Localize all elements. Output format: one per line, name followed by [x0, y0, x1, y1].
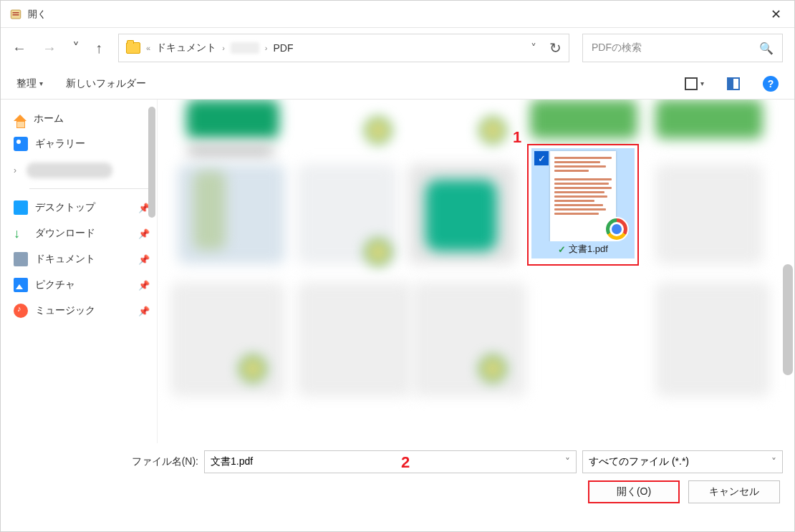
chrome-icon: [365, 117, 391, 143]
sidebar-item-label: ホーム: [34, 112, 64, 125]
document-icon: [14, 252, 28, 266]
files-scrollbar[interactable]: [783, 264, 793, 375]
breadcrumb-item-pdf[interactable]: PDF: [273, 42, 293, 54]
breadcrumb[interactable]: « ドキュメント › › PDF ˅ ↻: [118, 34, 569, 62]
sidebar-item-redacted[interactable]: ›: [9, 157, 154, 184]
search-placeholder: PDFの検索: [592, 42, 759, 54]
sidebar-item-label: ピクチャ: [35, 279, 75, 291]
sidebar-item-label: ドキュメント: [35, 253, 95, 266]
gallery-icon: [14, 137, 28, 151]
file-thumb-blurred[interactable]: [655, 100, 763, 139]
chrome-icon: [604, 217, 629, 241]
file-thumb-blurred[interactable]: [655, 282, 770, 397]
chrome-icon: [365, 239, 391, 265]
redacted-label: [26, 163, 112, 178]
sidebar-item-pictures[interactable]: ピクチャ 📌: [9, 272, 154, 298]
sidebar-item-label: ギャラリー: [35, 137, 85, 150]
chrome-icon: [480, 356, 506, 382]
sidebar-item-label: ミュージック: [35, 304, 95, 317]
breadcrumb-item-documents[interactable]: ドキュメント: [156, 42, 216, 54]
selected-file-name: 文書1.pdf: [569, 243, 608, 256]
nav-up-icon[interactable]: ↑: [95, 41, 102, 55]
chevron-right-icon: ›: [265, 44, 268, 52]
view-mode-button[interactable]: ▾: [685, 77, 704, 90]
filter-value: すべてのファイル (*.*): [589, 455, 689, 468]
chrome-icon: [480, 117, 506, 143]
breadcrumb-pre: «: [146, 44, 150, 52]
breadcrumb-item-redacted[interactable]: [231, 42, 259, 54]
selected-check-icon: ✓: [534, 151, 549, 165]
sidebar-item-music[interactable]: ミュージック 📌: [9, 298, 154, 324]
pin-icon: 📌: [138, 306, 150, 316]
chevron-right-icon: ›: [14, 165, 16, 175]
open-button[interactable]: 開く(O): [588, 480, 680, 503]
chevron-down-icon: ▾: [700, 79, 704, 87]
sidebar-item-documents[interactable]: ドキュメント 📌: [9, 246, 154, 272]
home-icon: [14, 115, 26, 121]
nav-forward-icon[interactable]: →: [42, 41, 57, 55]
chrome-icon: [240, 356, 266, 382]
app-icon: [9, 8, 22, 21]
nav-back-icon[interactable]: ←: [12, 41, 26, 55]
files-pane[interactable]: 1 ✓ ✓ 文書1.pdf: [157, 100, 794, 443]
file-thumb-blurred[interactable]: [425, 180, 497, 251]
filename-value: 文書1.pdf: [211, 455, 253, 468]
music-icon: [14, 304, 28, 318]
preview-pane-button[interactable]: [727, 77, 740, 90]
svg-rect-1: [13, 12, 19, 14]
chevron-right-icon: ›: [222, 44, 225, 52]
file-thumb-blurred[interactable]: [412, 282, 526, 397]
file-thumb-blurred: [193, 171, 226, 250]
sidebar-item-desktop[interactable]: デスクトップ 📌: [9, 195, 154, 221]
svg-rect-2: [13, 14, 19, 16]
chevron-down-icon[interactable]: ˅: [565, 456, 570, 468]
pin-icon: 📌: [138, 228, 150, 239]
chevron-down-icon[interactable]: ˅: [771, 456, 776, 468]
sidebar: ホーム ギャラリー › デスクトップ 📌 ↓ ダウンロード 📌 ドキュメント 📌: [1, 100, 157, 443]
refresh-icon[interactable]: ↻: [549, 39, 562, 57]
callout-number-1: 1: [513, 128, 521, 147]
sidebar-item-downloads[interactable]: ↓ ダウンロード 📌: [9, 221, 154, 246]
sidebar-item-label: デスクトップ: [35, 201, 95, 214]
sidebar-item-gallery[interactable]: ギャラリー: [9, 131, 154, 157]
search-input[interactable]: PDFの検索 🔍: [582, 34, 783, 62]
desktop-icon: [14, 200, 28, 215]
selected-file[interactable]: ✓ ✓ 文書1.pdf: [527, 144, 639, 266]
pin-icon: 📌: [138, 280, 150, 291]
file-thumb-blurred[interactable]: [530, 100, 637, 139]
folder-icon: [126, 42, 140, 54]
file-thumb-blurred: [188, 144, 274, 158]
breadcrumb-dropdown-icon[interactable]: ˅: [531, 42, 536, 55]
nav-recent-dropdown-icon[interactable]: ˅: [72, 41, 80, 55]
close-icon[interactable]: ✕: [766, 6, 786, 22]
file-thumb-blurred[interactable]: [655, 164, 763, 264]
organize-menu[interactable]: 整理▾: [16, 77, 43, 90]
callout-number-2: 2: [401, 453, 410, 472]
sidebar-scrollbar[interactable]: [148, 107, 155, 218]
cancel-button[interactable]: キャンセル: [688, 480, 780, 503]
filename-input[interactable]: 文書1.pdf ˅: [204, 450, 577, 473]
file-thumb-blurred[interactable]: [186, 100, 279, 139]
sync-check-icon: ✓: [558, 244, 566, 255]
square-icon: [685, 77, 698, 90]
sidebar-separator: [29, 188, 148, 189]
pin-icon: 📌: [138, 254, 150, 265]
download-icon: ↓: [14, 226, 28, 241]
search-icon[interactable]: 🔍: [759, 42, 774, 55]
filename-label: ファイル名(N):: [12, 455, 198, 468]
window-title: 開く: [28, 8, 47, 21]
chevron-down-icon: ▾: [39, 79, 43, 87]
file-type-filter[interactable]: すべてのファイル (*.*) ˅: [582, 450, 783, 473]
pictures-icon: [14, 278, 28, 292]
sidebar-item-label: ダウンロード: [35, 227, 95, 240]
new-folder-button[interactable]: 新しいフォルダー: [66, 77, 146, 90]
file-thumb-blurred[interactable]: [297, 282, 412, 397]
file-thumb-blurred[interactable]: [170, 282, 285, 397]
sidebar-item-home[interactable]: ホーム: [9, 107, 154, 131]
help-icon[interactable]: ?: [763, 76, 779, 92]
